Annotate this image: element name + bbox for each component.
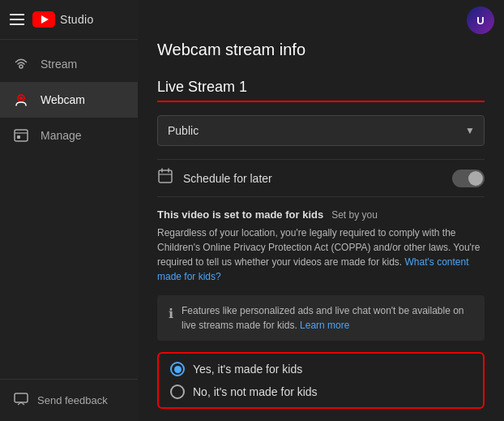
youtube-logo-icon bbox=[32, 11, 55, 28]
schedule-row: Schedule for later bbox=[157, 159, 485, 197]
manage-icon bbox=[13, 127, 29, 144]
radio-no-btn bbox=[170, 384, 185, 399]
sidebar-item-webcam-label: Webcam bbox=[41, 93, 85, 106]
sidebar-header: Studio bbox=[0, 0, 138, 40]
menu-icon[interactable] bbox=[10, 14, 24, 25]
stream-title-input[interactable] bbox=[157, 75, 485, 102]
svg-point-4 bbox=[19, 97, 23, 100]
sidebar-item-webcam[interactable]: Webcam bbox=[0, 82, 138, 118]
svg-point-2 bbox=[19, 65, 23, 68]
sidebar-item-stream-label: Stream bbox=[41, 58, 77, 71]
svg-rect-5 bbox=[15, 130, 28, 141]
svg-rect-6 bbox=[17, 135, 20, 139]
info-box-text: Features like personalized ads and live … bbox=[182, 303, 473, 333]
visibility-select[interactable]: Public Unlisted Private bbox=[157, 115, 485, 146]
visibility-select-wrapper: Public Unlisted Private ▼ bbox=[157, 115, 485, 146]
svg-rect-8 bbox=[159, 170, 172, 183]
kids-title-row: This video is set to made for kids Set b… bbox=[157, 208, 485, 221]
stream-icon bbox=[13, 56, 29, 72]
radio-yes-inner bbox=[174, 366, 182, 373]
kids-title: This video is set to made for kids bbox=[157, 208, 323, 221]
radio-option-no[interactable]: No, it's not made for kids bbox=[170, 384, 472, 399]
learn-more-link[interactable]: Learn more bbox=[300, 320, 349, 331]
radio-options-box: Yes, it's made for kids No, it's not mad… bbox=[157, 352, 485, 409]
webcam-icon bbox=[13, 92, 29, 108]
schedule-label: Schedule for later bbox=[183, 172, 442, 185]
send-feedback-label: Send feedback bbox=[37, 394, 108, 406]
feedback-icon bbox=[13, 391, 29, 410]
content-area: Webcam stream info Public Unlisted Priva… bbox=[138, 41, 504, 421]
studio-label: Studio bbox=[60, 13, 94, 26]
sidebar-item-manage-label: Manage bbox=[41, 129, 82, 142]
sidebar-nav: Stream Webcam Manage bbox=[0, 40, 138, 379]
main-content: U Webcam stream info Public Unlisted Pri… bbox=[138, 0, 504, 421]
avatar[interactable]: U bbox=[467, 6, 494, 34]
info-box: ℹ Features like personalized ads and liv… bbox=[157, 295, 485, 341]
kids-description: Regardless of your location, you're lega… bbox=[157, 226, 485, 284]
page-title: Webcam stream info bbox=[157, 41, 485, 59]
sidebar: Studio Stream bbox=[0, 0, 138, 421]
schedule-toggle[interactable] bbox=[452, 170, 485, 187]
calendar-icon bbox=[157, 168, 173, 188]
radio-yes-label: Yes, it's made for kids bbox=[193, 363, 302, 376]
send-feedback-button[interactable]: Send feedback bbox=[0, 379, 138, 421]
kids-section: This video is set to made for kids Set b… bbox=[157, 208, 485, 284]
radio-yes-btn bbox=[170, 362, 185, 376]
toggle-thumb bbox=[468, 171, 483, 186]
top-bar: U bbox=[138, 0, 504, 41]
info-icon: ℹ bbox=[169, 304, 173, 324]
svg-rect-7 bbox=[15, 393, 28, 402]
set-by-you-label: Set by you bbox=[331, 209, 378, 221]
sidebar-item-manage[interactable]: Manage bbox=[0, 118, 138, 153]
radio-no-label: No, it's not made for kids bbox=[193, 385, 318, 398]
radio-option-yes[interactable]: Yes, it's made for kids bbox=[170, 362, 472, 376]
sidebar-item-stream[interactable]: Stream bbox=[0, 46, 138, 82]
logo-area: Studio bbox=[32, 11, 94, 28]
